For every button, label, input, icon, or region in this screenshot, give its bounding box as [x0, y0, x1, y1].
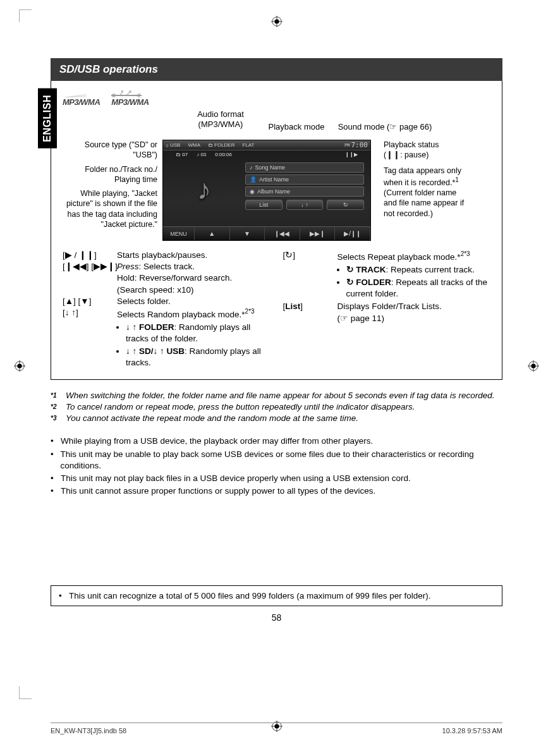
page-number: 58	[51, 613, 502, 623]
repeat-key: [↻]	[283, 250, 334, 301]
capacity-note-box: •This unit can recognize a total of 5 00…	[51, 585, 502, 606]
footnote-marker: *3	[51, 413, 66, 424]
folder-indicator: 🗀FOLDER	[208, 142, 234, 148]
diagram: Source type ("SD" or "USB") Folder no./T…	[63, 140, 490, 241]
svg-point-16	[112, 94, 116, 97]
album-art-area: ♪	[163, 162, 245, 217]
folder-down-button[interactable]: ▼	[230, 227, 265, 240]
list-desc: Displays Folder/Track Lists. (☞ page 11)	[337, 301, 491, 324]
screen-topbar: ⎐ USB WMA 🗀FOLDER FLAT PM 7:00	[163, 140, 370, 150]
note-text: This unit cannot assure proper functions…	[61, 485, 375, 497]
footnotes: *1When switching the folder, the folder …	[51, 390, 502, 425]
random-key: [↓ ↑]	[63, 307, 113, 370]
manual-page: ENGLISH SD/USB operations MP3/WMA MP3/WM…	[0, 0, 553, 756]
play-time: 0:00:06	[215, 152, 232, 157]
usb-format-label: MP3/WMA	[111, 97, 149, 107]
registration-mark-icon	[14, 360, 25, 372]
track-skip-desc: Press: Selects track. Hold: Reverse/forw…	[117, 261, 270, 296]
repeat-desc: Selects Repeat playback mode.*2*3 ↻ TRAC…	[337, 250, 491, 301]
tag-data-area: ♪ Song Name 👤 Artist Name ◉ Album Name L…	[245, 162, 370, 217]
source-type-callout: Source type ("SD" or "USB")	[63, 140, 157, 161]
jacket-picture-callout: While playing, "Jacket picture" is shown…	[63, 188, 157, 229]
sd-format-icon: MP3/WMA	[63, 88, 100, 107]
capacity-note-text: This unit can recognize a total of 5 000…	[69, 591, 431, 601]
tag-data-callout: Tag data appears only when it is recorde…	[384, 166, 478, 219]
note-text: While playing from a USB device, the pla…	[61, 436, 373, 447]
crop-mark	[19, 686, 32, 699]
crop-mark	[19, 9, 32, 22]
clock: PM 7:00	[344, 141, 368, 149]
play-pause-desc: Starts playback/pauses.	[117, 250, 270, 261]
usb-format-icon: MP3/WMA	[111, 88, 149, 107]
sound-mode-label: Sound mode (☞ page 66)	[328, 122, 442, 132]
repeat-button[interactable]: ↻	[327, 200, 364, 210]
diagram-top-labels: Audio format (MP3/WMA) Playback mode Sou…	[63, 109, 490, 140]
track-skip-key: [❙◀◀] [▶▶❙]	[63, 261, 113, 296]
random-button[interactable]: ↓ ↑	[286, 200, 324, 210]
menu-button[interactable]: MENU	[163, 227, 195, 240]
print-footer: EN_KW-NT3[J]5.indb 58 10.3.28 9:57:53 AM	[51, 722, 502, 735]
footnote-text: To cancel random or repeat mode, press t…	[66, 401, 502, 413]
album-name: ◉ Album Name	[245, 186, 364, 197]
note-text: This unit may not play back files in a U…	[61, 473, 411, 484]
artist-name: 👤 Artist Name	[245, 174, 364, 185]
timestamp: 10.3.28 9:57:53 AM	[442, 727, 502, 735]
format-indicator: WMA	[188, 142, 200, 148]
sd-format-label: MP3/WMA	[63, 97, 100, 107]
right-callouts: Playback status (❙❙: pause) Tag data app…	[384, 140, 478, 224]
music-note-icon: ♪	[197, 174, 211, 205]
footnote-marker: *2	[51, 401, 66, 413]
usb-notes: •While playing from a USB device, the pl…	[51, 436, 502, 497]
playback-mode-label: Playback mode	[258, 122, 334, 132]
eq-indicator: FLAT	[242, 142, 254, 148]
controls-table: [▶ / ❙❙] Starts playback/pauses. [❙◀◀] […	[63, 250, 490, 370]
screen-info-row: 🗀 07 ♪ 03 0:00:06 ❙❙▶	[163, 150, 370, 159]
source-indicator: ⎐ USB	[166, 142, 180, 148]
folder-track-callout: Folder no./Track no./ Playing time	[63, 164, 157, 185]
playback-status-icon: ❙❙▶	[345, 152, 358, 157]
play-pause-key: [▶ / ❙❙]	[63, 250, 113, 261]
folder-desc: Selects folder.	[117, 296, 270, 307]
list-button[interactable]: List	[245, 200, 283, 210]
note-text: This unit may be unable to play back som…	[60, 449, 502, 472]
folder-no: 🗀 07	[176, 152, 188, 157]
list-key: [List]	[283, 301, 334, 324]
registration-mark-icon	[271, 16, 283, 27]
main-box: MP3/WMA MP3/WMA Audio format (MP3/WMA) P…	[51, 81, 502, 380]
screen-bottombar: MENU ▲ ▼ ❙◀◀ ▶▶❙ ▶/❙❙	[163, 226, 370, 240]
file-name: EN_KW-NT3[J]5.indb 58	[51, 727, 126, 735]
folder-key: [▲] [▼]	[63, 296, 113, 307]
track-no: ♪ 03	[197, 152, 206, 157]
random-desc: Selects Random playback mode.*2*3 ↓ ↑ FO…	[117, 307, 270, 370]
playback-status-callout: Playback status (❙❙: pause)	[384, 140, 478, 161]
left-callouts: Source type ("SD" or "USB") Folder no./T…	[63, 140, 157, 233]
format-icons: MP3/WMA MP3/WMA	[63, 88, 490, 107]
play-pause-button[interactable]: ▶/❙❙	[335, 227, 370, 240]
device-screen: ⎐ USB WMA 🗀FOLDER FLAT PM 7:00 🗀 07 ♪ 03…	[162, 140, 371, 241]
next-track-button[interactable]: ▶▶❙	[300, 227, 336, 240]
section-title: SD/USB operations	[51, 58, 502, 81]
audio-format-label: Audio format (MP3/WMA)	[183, 109, 258, 129]
language-tab: ENGLISH	[38, 88, 57, 149]
footnote-text: You cannot activate the repeat mode and …	[66, 413, 502, 424]
song-name: ♪ Song Name	[245, 162, 364, 173]
footnote-text: When switching the folder, the folder na…	[66, 390, 502, 401]
registration-mark-icon	[528, 360, 539, 372]
folder-up-button[interactable]: ▲	[195, 227, 230, 240]
prev-track-button[interactable]: ❙◀◀	[265, 227, 300, 240]
footnote-marker: *1	[51, 390, 66, 401]
